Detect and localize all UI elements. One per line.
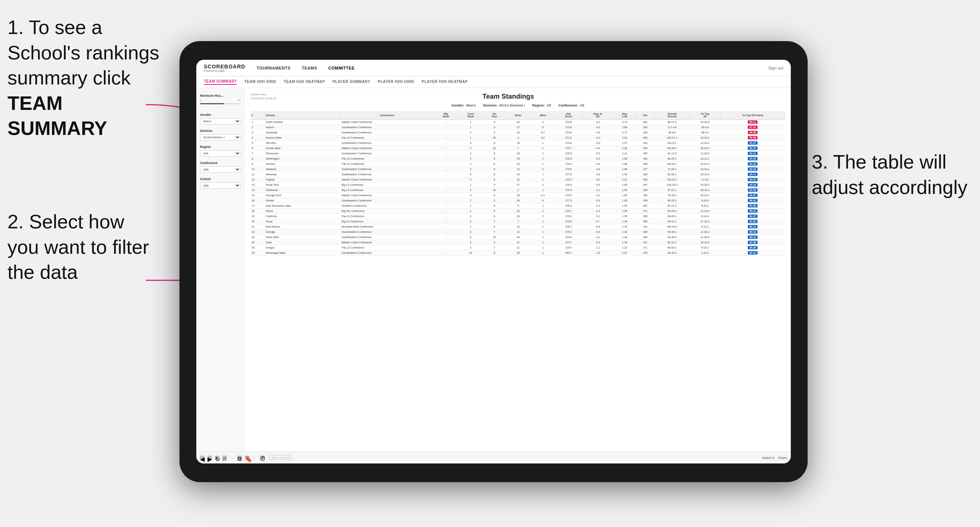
col-vs-top25: Vs Top25 bbox=[689, 111, 721, 120]
standings-table: # School Conference RtgRank ConfRank NoT… bbox=[250, 111, 785, 256]
clock-icon[interactable]: ⏱ bbox=[260, 456, 264, 460]
home-icon[interactable]: ⌂ bbox=[223, 456, 227, 460]
tablet-screen: SCOREBOARD Powered by clippi TOURNAMENTS… bbox=[196, 60, 791, 464]
view-original-btn[interactable]: View: Original bbox=[269, 455, 292, 460]
table-row: 20 Texas Big 12 Conference - 3 7 7 1 278… bbox=[250, 219, 785, 224]
col-avg-low: Avg.Low bbox=[614, 111, 636, 120]
main-content: Minimum Rou... 4 30 ○ Gender Men's Women… bbox=[196, 88, 791, 451]
table-row: 19 California Pac-12 Conference - 4 8 24… bbox=[250, 214, 785, 219]
col-conference: Conference bbox=[340, 111, 434, 120]
sidebar: Minimum Rou... 4 30 ○ Gender Men's Women… bbox=[196, 88, 245, 451]
table-row: 11 Arkansas Southeastern Conference - 6 … bbox=[250, 172, 785, 177]
tab-player-h2h-grid[interactable]: PLAYER H2H GRID bbox=[378, 79, 414, 84]
table-row: 22 Georgia Southeastern Conference - 8 7… bbox=[250, 230, 785, 235]
logo-area: SCOREBOARD Powered by clippi bbox=[204, 63, 245, 72]
slider-fill bbox=[200, 103, 224, 104]
col-no-tour: NoTour bbox=[483, 111, 506, 120]
filter-row: Gender: Men's Division: NCAA Division I … bbox=[250, 103, 785, 107]
nav-committee[interactable]: COMMITTEE bbox=[328, 66, 355, 70]
col-par: Par bbox=[636, 111, 655, 120]
region-label: Region bbox=[200, 145, 241, 149]
sidebar-conference: Conference (All) bbox=[200, 161, 241, 173]
col-vs-top50-pts: Vs Top 50 Points bbox=[721, 111, 785, 120]
table-row: 10 Alabama Southeastern Conference - 5 6… bbox=[250, 167, 785, 172]
table-row: 17 East Tennessee State Southern Confere… bbox=[250, 203, 785, 209]
table-row: 7 Tennessee Southeastern Conference - 4 … bbox=[250, 151, 785, 156]
instruction-2: 2. Select how you want to filter the dat… bbox=[8, 209, 150, 285]
table-row: 26 Mississippi State Southeastern Confer… bbox=[250, 251, 785, 256]
sidebar-minimum-rou: Minimum Rou... 4 30 ○ bbox=[200, 94, 241, 108]
col-rank: # bbox=[250, 111, 265, 120]
table-row: 3 Vanderbilt Southeastern Conference - 2… bbox=[250, 130, 785, 135]
watch-btn[interactable]: Watch ▾ bbox=[762, 456, 774, 460]
gender-label: Gender bbox=[200, 113, 241, 117]
division-label: Division bbox=[200, 129, 241, 133]
sub-nav: TEAM SUMMARY TEAM H2H GRID TEAM H2H HEAT… bbox=[196, 76, 791, 88]
conference-label: Conference bbox=[200, 161, 241, 165]
nav-tournaments[interactable]: TOURNAMENTS bbox=[256, 66, 291, 70]
table-row: 18 Illinois Big Ten Conference - 1 9 23 … bbox=[250, 209, 785, 214]
col-overall: OverallRecord bbox=[655, 111, 689, 120]
table-row: 9 Arizona Pac-12 Conference - 2 8 23 1 2… bbox=[250, 162, 785, 167]
instruction-1: 1. To see a School's rankings summary cl… bbox=[8, 15, 164, 141]
col-rnds: Rnds bbox=[506, 111, 531, 120]
table-row: 15 Georgia Tech Atlantic Coast Conferenc… bbox=[250, 193, 785, 198]
school-select[interactable]: (All) bbox=[200, 183, 241, 189]
table-row: 24 Duke Atlantic Coast Conference - 5 9 … bbox=[250, 240, 785, 245]
division-select[interactable]: NCAA Division I NCAA Division II NCAA Di… bbox=[200, 134, 241, 141]
tab-player-summary[interactable]: PLAYER SUMMARY bbox=[332, 79, 370, 84]
col-conf-rank: ConfRank bbox=[458, 111, 483, 120]
bottom-toolbar: ◀ ▶ ↻ ⌂ | ⧉ 🔖 | ⏱ View: Original Watch ▾… bbox=[196, 451, 791, 464]
instruction-3: 3. The table will adjust accordingly bbox=[812, 149, 972, 200]
col-school: School bbox=[265, 111, 340, 120]
col-avg-sg: Avg. toSG bbox=[582, 111, 614, 120]
logo-sub: Powered by clippi bbox=[204, 70, 245, 72]
table-row: 14 Oklahoma Big 12 Conference - 2 24 2 1… bbox=[250, 187, 785, 193]
sidebar-region: Region N/A All bbox=[200, 145, 241, 157]
table-row: 6 Florida State Atlantic Coast Conferenc… bbox=[250, 146, 785, 151]
region-select[interactable]: N/A All bbox=[200, 150, 241, 157]
table-row: 1 North Carolina Atlantic Coast Conferen… bbox=[250, 120, 785, 125]
slider-track[interactable] bbox=[200, 103, 241, 104]
nav-bar: SCOREBOARD Powered by clippi TOURNAMENTS… bbox=[196, 60, 791, 76]
bookmark-icon[interactable]: 🔖 bbox=[245, 456, 250, 460]
table-row: 2 Auburn Southeastern Conference - 1 9 2… bbox=[250, 125, 785, 130]
sidebar-division: Division NCAA Division I NCAA Division I… bbox=[200, 129, 241, 141]
nav-links: TOURNAMENTS TEAMS COMMITTEE bbox=[256, 66, 768, 70]
tab-player-h2h-heatmap[interactable]: PLAYER H2H HEATMAP bbox=[422, 79, 468, 84]
tab-team-h2h-heatmap[interactable]: TEAM H2H HEATMAP bbox=[284, 79, 325, 84]
table-header-section: Update time: 27/03/2024 16:56:26 Team St… bbox=[250, 93, 785, 100]
table-row: 16 Florida Southeastern Conference - 7 9… bbox=[250, 198, 785, 203]
table-row: 12 Virginia Atlantic Coast Conference - … bbox=[250, 177, 785, 183]
table-row: 8 Washington Pac-12 Conference - 2 8 23 … bbox=[250, 156, 785, 162]
table-row: 5 Ole Miss Southeastern Conference - 3 6… bbox=[250, 141, 785, 146]
conference-select[interactable]: (All) bbox=[200, 166, 241, 173]
forward-icon[interactable]: ▶ bbox=[207, 456, 212, 460]
gender-select[interactable]: Men's Women's bbox=[200, 118, 241, 124]
back-icon[interactable]: ◀ bbox=[200, 456, 205, 460]
table-row: 21 New Mexico Mountain West Conference -… bbox=[250, 224, 785, 230]
table-title: Team Standings bbox=[276, 93, 740, 100]
copy-icon[interactable]: ⧉ bbox=[237, 456, 242, 460]
table-row: 25 Oregon Pac-12 Conference - 8 7 21 1 2… bbox=[250, 245, 785, 251]
sidebar-gender: Gender Men's Women's bbox=[200, 113, 241, 124]
table-row: 4 Arizona State Pac-12 Conference - 1 26… bbox=[250, 135, 785, 141]
share-btn[interactable]: Share bbox=[778, 456, 787, 460]
toolbar-right: Watch ▾ Share bbox=[762, 456, 787, 460]
table-row: 23 Texas A&M Southeastern Conference - 9… bbox=[250, 235, 785, 240]
sign-out[interactable]: Sign out bbox=[768, 66, 783, 70]
col-wins: Wins bbox=[531, 111, 555, 120]
table-row: 13 Texas Tech Big 12 Conference - 1 9 27… bbox=[250, 183, 785, 187]
minimum-rou-label: Minimum Rou... bbox=[200, 94, 241, 98]
tab-team-h2h-grid[interactable]: TEAM H2H GRID bbox=[244, 79, 276, 84]
tablet: SCOREBOARD Powered by clippi TOURNAMENTS… bbox=[180, 41, 808, 482]
refresh-icon[interactable]: ↻ bbox=[215, 456, 220, 460]
logo-text: SCOREBOARD bbox=[204, 63, 245, 70]
tab-team-summary[interactable]: TEAM SUMMARY bbox=[204, 79, 237, 85]
school-label: School bbox=[200, 177, 241, 181]
table-area: Update time: 27/03/2024 16:56:26 Team St… bbox=[245, 88, 791, 451]
nav-teams[interactable]: TEAMS bbox=[302, 66, 317, 70]
update-time: Update time: 27/03/2024 16:56:26 bbox=[250, 93, 276, 100]
col-rtg-rank: RtgRank bbox=[434, 111, 458, 120]
sidebar-school: School (All) bbox=[200, 177, 241, 189]
